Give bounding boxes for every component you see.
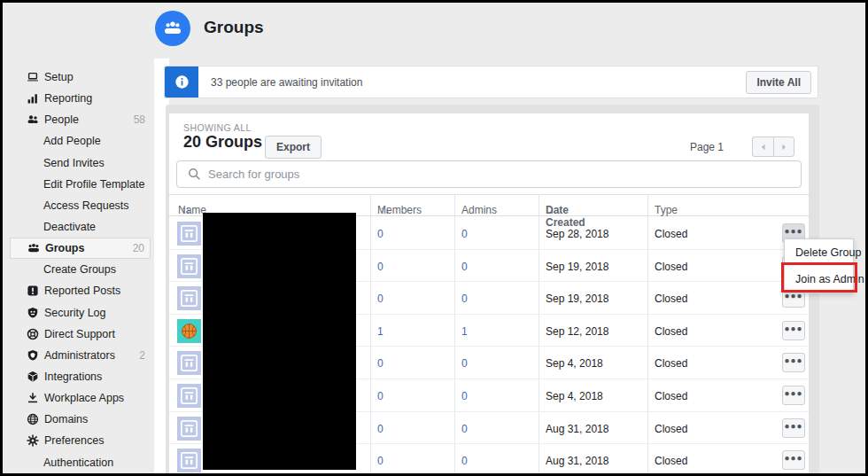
members-count-link[interactable]: 0 bbox=[377, 293, 384, 305]
group-avatar-tile bbox=[174, 446, 204, 473]
group-count-title: 20 Groups bbox=[183, 133, 262, 152]
sort-desc-icon: ↓ bbox=[549, 204, 554, 216]
row-actions-ellipsis-button[interactable]: ●●● bbox=[782, 418, 805, 438]
admins-count-link[interactable]: 0 bbox=[461, 390, 468, 402]
sidebar-item-label: Deactivate bbox=[43, 221, 96, 233]
sidebar-item-direct-support[interactable]: Direct Support bbox=[10, 324, 151, 345]
basketball-avatar-icon bbox=[177, 319, 201, 343]
invite-all-button[interactable]: Invite All bbox=[746, 71, 811, 94]
sidebar-item-integrations[interactable]: Integrations bbox=[10, 366, 151, 387]
building-avatar-icon bbox=[177, 286, 201, 310]
members-count-link[interactable]: 0 bbox=[377, 390, 384, 402]
sidebar-item-reported-posts[interactable]: Reported Posts bbox=[10, 280, 151, 301]
building-avatar-icon bbox=[177, 417, 201, 441]
row-actions-ellipsis-button[interactable]: ●●● bbox=[782, 450, 805, 470]
date-created-cell: Aug 31, 2018 bbox=[546, 423, 608, 435]
admins-count-link[interactable]: 0 bbox=[461, 455, 468, 467]
members-count-link[interactable]: 0 bbox=[377, 455, 384, 467]
page-prev-button[interactable] bbox=[752, 137, 773, 157]
sidebar-item-domains[interactable]: Domains bbox=[10, 409, 151, 430]
invitation-banner: 33 people are awaiting invitation Invite… bbox=[164, 66, 818, 98]
members-count-link[interactable]: 0 bbox=[377, 423, 384, 435]
admins-count-link[interactable]: 0 bbox=[461, 357, 468, 370]
date-created-cell: Sep 28, 2018 bbox=[546, 228, 608, 240]
preferences-icon bbox=[26, 434, 39, 448]
group-type-cell: Closed bbox=[655, 390, 687, 402]
row-actions-menu: Delete Group Join as Admin bbox=[784, 238, 854, 293]
sidebar-item-security-log[interactable]: Security Log bbox=[10, 302, 151, 324]
search-icon bbox=[188, 168, 201, 181]
sidebar-item-send-invites[interactable]: Send Invites bbox=[10, 152, 151, 174]
group-type-cell: Closed bbox=[655, 325, 687, 338]
date-created-cell: Sep 19, 2018 bbox=[546, 293, 608, 305]
sort-icon: ↑↓ bbox=[380, 204, 389, 216]
sort-icon: ↑↓ bbox=[181, 204, 190, 216]
group-type-cell: Closed bbox=[655, 228, 687, 240]
sidebar-item-label: Create Groups bbox=[43, 263, 116, 276]
admins-count-link[interactable]: 0 bbox=[461, 423, 468, 435]
security-log-icon bbox=[26, 306, 39, 319]
row-actions-ellipsis-button[interactable]: ●●● bbox=[782, 353, 805, 372]
group-type-cell: Closed bbox=[655, 261, 687, 273]
admins-count-link[interactable]: 0 bbox=[461, 293, 468, 305]
sidebar-item-setup[interactable]: Setup bbox=[10, 66, 151, 88]
date-created-cell: Sep 4, 2018 bbox=[546, 390, 603, 402]
date-created-cell: Aug 31, 2018 bbox=[546, 455, 608, 467]
sidebar-item-create-groups[interactable]: Create Groups bbox=[10, 259, 151, 280]
sidebar-item-edit-profile-template[interactable]: Edit Profile Template bbox=[10, 174, 151, 195]
redacted-names-block bbox=[203, 213, 356, 470]
sidebar-item-deactivate[interactable]: Deactivate bbox=[10, 216, 151, 238]
members-count-link[interactable]: 1 bbox=[377, 325, 384, 338]
menu-item-delete-group[interactable]: Delete Group bbox=[785, 239, 853, 266]
sidebar-item-add-people[interactable]: Add People bbox=[10, 130, 151, 152]
group-avatar-tile bbox=[174, 219, 204, 248]
sidebar-item-workplace-apps[interactable]: Workplace Apps bbox=[10, 387, 151, 409]
sidebar-item-preferences[interactable]: Preferences bbox=[10, 430, 151, 451]
integrations-icon bbox=[26, 371, 39, 384]
menu-item-join-as-admin[interactable]: Join as Admin bbox=[785, 266, 853, 293]
sidebar-item-label: Send Invites bbox=[43, 157, 105, 169]
sidebar-item-label: People bbox=[44, 113, 79, 126]
sidebar-item-reporting[interactable]: Reporting bbox=[10, 88, 151, 109]
sidebar-item-label: Workplace Apps bbox=[44, 392, 124, 404]
sidebar-item-label: Reported Posts bbox=[44, 285, 120, 297]
group-avatar-tile bbox=[174, 284, 204, 313]
sidebar-item-label: Direct Support bbox=[44, 328, 115, 340]
sidebar-item-label: Domains bbox=[44, 413, 88, 425]
members-count-link[interactable]: 0 bbox=[377, 357, 384, 370]
export-button[interactable]: Export bbox=[265, 136, 322, 159]
sidebar-item-administrators[interactable]: Administrators 2 bbox=[10, 345, 151, 366]
sidebar-item-authentication[interactable]: Authentication bbox=[10, 452, 151, 473]
members-count-link[interactable]: 0 bbox=[377, 261, 384, 273]
sidebar-item-count: 2 bbox=[139, 349, 151, 362]
building-avatar-icon bbox=[177, 254, 201, 278]
members-count-link[interactable]: 0 bbox=[377, 228, 384, 240]
row-actions-ellipsis-button[interactable]: ●●● bbox=[782, 321, 805, 340]
page-indicator: Page 1 bbox=[690, 141, 724, 153]
building-avatar-icon bbox=[177, 449, 201, 472]
row-actions-ellipsis-button[interactable]: ●●● bbox=[782, 386, 805, 405]
sidebar-item-count: 58 bbox=[134, 113, 151, 126]
sidebar-item-groups[interactable]: Groups 20 bbox=[10, 238, 151, 259]
pagination bbox=[752, 137, 794, 157]
admins-count-link[interactable]: 1 bbox=[461, 325, 468, 338]
building-avatar-icon bbox=[177, 384, 201, 408]
admins-count-link[interactable]: 0 bbox=[461, 261, 468, 273]
sidebar-item-access-requests[interactable]: Access Requests bbox=[10, 195, 151, 216]
sidebar-item-people[interactable]: People 58 bbox=[10, 109, 151, 130]
sidebar-item-label: Authentication bbox=[43, 456, 113, 469]
search-input[interactable] bbox=[208, 168, 801, 181]
date-created-cell: Sep 4, 2018 bbox=[546, 357, 603, 370]
reported-posts-icon bbox=[26, 285, 39, 298]
group-type-cell: Closed bbox=[655, 293, 687, 305]
groups-page-icon bbox=[155, 11, 190, 46]
group-search bbox=[176, 160, 802, 188]
sidebar-item-label: Security Log bbox=[44, 307, 105, 319]
admins-count-link[interactable]: 0 bbox=[461, 228, 468, 240]
page-next-button[interactable] bbox=[773, 137, 794, 157]
sidebar-item-label: Setup bbox=[44, 71, 74, 83]
sidebar: Setup Reporting People 58 Add People Sen… bbox=[3, 66, 154, 473]
laptop-icon bbox=[26, 71, 39, 84]
building-avatar-icon bbox=[177, 222, 201, 246]
sidebar-item-label: Add People bbox=[43, 135, 101, 147]
